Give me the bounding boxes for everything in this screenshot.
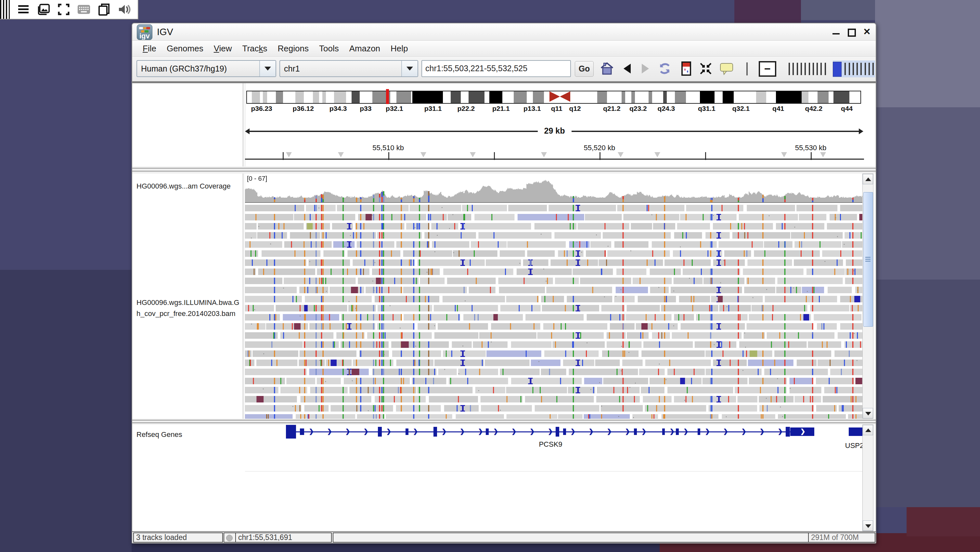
ideogram-band xyxy=(502,91,514,103)
zoom-tick[interactable] xyxy=(809,63,810,75)
gene-exon[interactable] xyxy=(698,429,700,435)
menu-icon[interactable] xyxy=(17,3,30,16)
scroll-up-icon[interactable] xyxy=(863,174,873,184)
ideogram-band xyxy=(622,91,625,103)
forward-icon[interactable] xyxy=(638,61,653,77)
keyboard-icon[interactable] xyxy=(77,3,90,16)
gene-label-pcsk9[interactable]: PCSK9 xyxy=(539,440,562,448)
go-button[interactable]: Go xyxy=(575,61,593,77)
menubar: FileGenomesViewTracksRegionsToolsAmazonH… xyxy=(132,41,876,57)
ideogram-band xyxy=(396,91,411,103)
zoom-tick[interactable] xyxy=(821,63,822,75)
chromosome-select[interactable]: chr1 xyxy=(280,60,418,77)
screenshot-icon[interactable] xyxy=(37,3,50,16)
chromosome-select-value: chr1 xyxy=(284,64,300,73)
zoom-tick[interactable] xyxy=(789,63,790,75)
alignment-scrollbar[interactable] xyxy=(862,174,873,419)
panel-splitter[interactable] xyxy=(132,419,876,424)
zoom-tick[interactable] xyxy=(792,63,794,75)
gene-exon[interactable] xyxy=(634,429,637,435)
alignment-canvas[interactable] xyxy=(245,174,862,419)
alignment-track-name-line2[interactable]: h_cov_pcr_free.20140203.bam xyxy=(137,310,235,318)
zoom-slider-thumb[interactable] xyxy=(833,62,842,77)
menu-help[interactable]: Help xyxy=(385,41,413,56)
zoom-tick[interactable] xyxy=(845,63,846,75)
locus-input[interactable]: chr1:55,503,221-55,532,525 xyxy=(422,60,571,77)
scroll-down-icon[interactable] xyxy=(863,520,873,531)
refresh-icon[interactable] xyxy=(657,61,672,77)
gene-exon[interactable] xyxy=(300,429,304,435)
region-of-interest-icon[interactable] xyxy=(679,61,694,77)
gene-exon[interactable] xyxy=(378,427,382,437)
gene-exon-usp24[interactable] xyxy=(849,428,862,436)
zoom-tick[interactable] xyxy=(797,63,798,75)
strand-arrow-icon: ❯ xyxy=(589,428,594,435)
zoom-tick[interactable] xyxy=(869,63,870,75)
ideogram-band xyxy=(734,91,756,103)
gene-track-area[interactable]: ❯❯❯❯❯❯❯❯❯❯❯❯❯❯❯❯❯❯❯❯❯❯❯❯❯❯ PCSK9 USP24 xyxy=(245,424,862,531)
copy-icon[interactable] xyxy=(97,3,110,16)
coverage-track-name[interactable]: HG00096.wgs...am Coverage xyxy=(137,182,231,190)
ideogram-band xyxy=(802,91,808,103)
tooltip-mode-icon[interactable] xyxy=(719,61,734,77)
chevron-down-icon[interactable] xyxy=(401,61,418,77)
gene-scrollbar[interactable] xyxy=(862,424,873,531)
gene-track-name[interactable]: Refseq Genes xyxy=(137,431,182,439)
chromosome-ideogram[interactable] xyxy=(246,91,861,104)
scroll-down-icon[interactable] xyxy=(863,408,873,418)
zoom-tick[interactable] xyxy=(813,63,814,75)
menu-tools[interactable]: Tools xyxy=(314,41,344,56)
zoom-tick[interactable] xyxy=(849,63,850,75)
band-label-q32.1: q32.1 xyxy=(732,105,749,112)
scroll-up-icon[interactable] xyxy=(863,425,873,435)
gene-exon[interactable] xyxy=(486,429,489,435)
menu-view[interactable]: View xyxy=(208,41,237,56)
gene-exon[interactable] xyxy=(563,429,566,435)
zoom-tick[interactable] xyxy=(861,63,862,75)
zoom-out-button[interactable]: − xyxy=(759,61,776,77)
menu-genomes[interactable]: Genomes xyxy=(161,41,208,56)
gene-label-usp24[interactable]: USP24 xyxy=(845,442,862,450)
zoom-tick[interactable] xyxy=(856,63,858,75)
scrollbar-thumb[interactable] xyxy=(863,192,873,327)
home-icon[interactable] xyxy=(600,61,614,77)
menu-tracks[interactable]: Tracks xyxy=(237,41,273,56)
back-icon[interactable] xyxy=(620,61,635,77)
zoom-tick[interactable] xyxy=(805,63,806,75)
band-label-q31.1: q31.1 xyxy=(698,105,716,112)
maximize-button[interactable] xyxy=(846,27,857,37)
gene-exon[interactable] xyxy=(433,427,437,437)
zoom-tick[interactable] xyxy=(865,63,866,75)
menu-file[interactable]: File xyxy=(137,41,161,56)
zoom-tick[interactable] xyxy=(825,63,826,75)
ruler-marker-triangle xyxy=(781,152,787,157)
zoom-tick[interactable] xyxy=(872,63,874,75)
strand-arrow-icon: ❯ xyxy=(460,428,465,435)
zoom-tick[interactable] xyxy=(816,63,818,75)
chevron-down-icon[interactable] xyxy=(259,61,275,77)
volume-icon[interactable] xyxy=(118,3,130,16)
fit-to-window-icon[interactable] xyxy=(698,61,713,77)
content-area: 29 kb55,510 kb55,520 kb55,530 kb p36.23p… xyxy=(132,83,876,531)
close-button[interactable]: ✕ xyxy=(861,27,872,37)
panel-splitter[interactable] xyxy=(132,166,876,174)
genome-select[interactable]: Human (GRCh37/hg19) xyxy=(137,60,276,77)
gene-exon[interactable] xyxy=(786,427,790,437)
coverage-range-label: [0 - 67] xyxy=(247,175,267,182)
gene-exon[interactable] xyxy=(286,425,296,439)
tracks-loaded-status: 3 tracks loaded xyxy=(133,533,223,542)
alignment-track-name-line1[interactable]: HG00096.wgs.ILLUMINA.bwa.G xyxy=(137,298,239,307)
zoom-tick[interactable] xyxy=(801,63,802,75)
zoom-tick[interactable] xyxy=(853,63,854,75)
gene-exon[interactable] xyxy=(662,429,665,435)
wallpaper-patch xyxy=(132,542,660,552)
gene-exon[interactable] xyxy=(556,427,559,437)
menu-regions[interactable]: Regions xyxy=(273,41,314,56)
gene-exon[interactable] xyxy=(406,429,409,435)
gene-exon[interactable] xyxy=(676,429,679,435)
fullscreen-icon[interactable] xyxy=(57,3,70,16)
minimize-button[interactable] xyxy=(831,27,842,37)
drag-handle-icon[interactable] xyxy=(0,0,10,19)
titlebar[interactable]: igv IGV ✕ xyxy=(132,23,876,41)
menu-amazon[interactable]: Amazon xyxy=(344,41,385,56)
